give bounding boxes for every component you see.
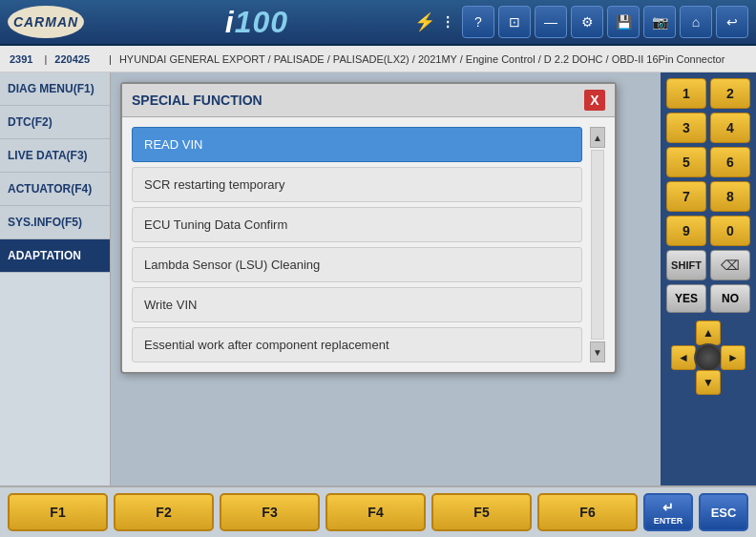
sidebar-item-diag-menu[interactable]: DIAG MENU(F1) [0, 72, 110, 106]
menu-item-scr[interactable]: SCR restarting temporary [132, 167, 582, 202]
esc-button[interactable]: ESC [699, 493, 748, 531]
main-area: DIAG MENU(F1) DTC(F2) LIVE DATA(F3) ACTU… [0, 72, 756, 485]
num-btn-2[interactable]: 2 [710, 78, 750, 109]
num-btn-3[interactable]: 3 [666, 113, 706, 143]
sidebar-item-actuator[interactable]: ACTUATOR(F4) [0, 173, 110, 206]
num-btn-5[interactable]: 5 [666, 147, 706, 177]
modal-scrollbar: ▲ ▼ [590, 127, 605, 362]
no-button[interactable]: NO [710, 284, 750, 313]
f1-button[interactable]: F1 [8, 493, 108, 531]
logo-oval: CARMAN [8, 6, 84, 38]
dpad-up-button[interactable]: ▲ [696, 320, 721, 345]
dpad-down-button[interactable]: ▼ [696, 370, 721, 395]
settings-button[interactable]: ⚙ [571, 6, 603, 38]
menu-item-essential-work[interactable]: Essential work after component replaceme… [132, 327, 582, 362]
backspace-button[interactable]: ⌫ [710, 250, 750, 280]
top-bar: CARMAN i100 ⚡ ⁝ ? ⊡ — ⚙ 💾 📷 ⌂ ↩ [0, 0, 756, 46]
camera-button[interactable]: 📷 [643, 6, 676, 38]
num-btn-1[interactable]: 1 [666, 78, 706, 109]
menu-list: READ VIN SCR restarting temporary ECU Tu… [132, 127, 582, 362]
breadcrumb-id1: 2391 [10, 53, 32, 65]
breadcrumb-sep1: | [44, 53, 47, 65]
modal-body: READ VIN SCR restarting temporary ECU Tu… [122, 117, 615, 372]
numpad-grid: 1 2 3 4 5 6 7 8 9 0 [666, 78, 750, 246]
menu-item-ecu-tuning[interactable]: ECU Tuning Data Confirm [132, 207, 582, 242]
breadcrumb-sep2: | [109, 53, 112, 65]
scroll-track [591, 150, 604, 340]
f6-button[interactable]: F6 [537, 493, 638, 531]
help-button[interactable]: ? [462, 6, 494, 38]
breadcrumb-bar: 2391 | 220425 | HYUNDAI GENERAL EXPORT /… [0, 46, 756, 72]
dpad-left-button[interactable]: ◄ [671, 345, 696, 370]
num-btn-9[interactable]: 9 [666, 216, 706, 246]
f4-button[interactable]: F4 [326, 493, 426, 531]
bottom-bar: F1 F2 F3 F4 F5 F6 ↵ ENTER ESC [0, 485, 756, 537]
back-button[interactable]: ↩ [716, 6, 748, 38]
minimize-button[interactable]: — [535, 6, 567, 38]
modal-close-button[interactable]: X [584, 90, 605, 111]
shift-button[interactable]: SHIFT [666, 250, 706, 280]
f3-button[interactable]: F3 [220, 493, 320, 531]
yes-no-row: YES NO [666, 284, 750, 313]
num-btn-4[interactable]: 4 [710, 113, 750, 143]
right-panel: 1 2 3 4 5 6 7 8 9 0 SHIFT ⌫ YES NO ▲ ◄ ►… [661, 72, 756, 485]
sidebar-item-adaptation[interactable]: ADAPTATION [0, 239, 110, 273]
dots-icon: ⁝ [445, 10, 452, 33]
modal-header: SPECIAL FUNCTION X [122, 84, 615, 117]
center-content: SPECIAL FUNCTION X READ VIN SCR restarti… [111, 72, 661, 485]
enter-arrow-icon: ↵ [662, 500, 674, 515]
model-title: i100 [99, 5, 414, 40]
action-row: SHIFT ⌫ [666, 250, 750, 280]
menu-item-lambda[interactable]: Lambda Sensor (LSU) Cleaning [132, 247, 582, 282]
f5-button[interactable]: F5 [431, 493, 532, 531]
logo: CARMAN [8, 6, 84, 38]
dpad-right-button[interactable]: ► [721, 345, 746, 370]
menu-item-write-vin[interactable]: Write VIN [132, 287, 582, 322]
dpad-center-button[interactable] [694, 343, 723, 372]
dpad: ▲ ◄ ► ▼ [671, 320, 746, 395]
num-btn-0[interactable]: 0 [710, 216, 750, 246]
modal-title: SPECIAL FUNCTION [132, 93, 262, 108]
usb-icon: ⚡ [414, 11, 435, 32]
model-100: 100 [235, 5, 288, 39]
scroll-down-button[interactable]: ▼ [590, 341, 605, 362]
sidebar-item-dtc[interactable]: DTC(F2) [0, 106, 110, 139]
sidebar-item-live-data[interactable]: LIVE DATA(F3) [0, 139, 110, 173]
num-btn-6[interactable]: 6 [710, 147, 750, 177]
num-btn-7[interactable]: 7 [666, 181, 706, 212]
enter-button[interactable]: ↵ ENTER [643, 493, 693, 531]
enter-label: ENTER [654, 516, 683, 526]
special-function-modal: SPECIAL FUNCTION X READ VIN SCR restarti… [120, 82, 617, 374]
f2-button[interactable]: F2 [114, 493, 214, 531]
num-btn-8[interactable]: 8 [710, 181, 750, 212]
breadcrumb-path: HYUNDAI GENERAL EXPORT / PALISADE / PALI… [119, 53, 724, 65]
sidebar: DIAG MENU(F1) DTC(F2) LIVE DATA(F3) ACTU… [0, 72, 111, 485]
scroll-up-button[interactable]: ▲ [590, 127, 605, 148]
save-button[interactable]: 💾 [607, 6, 640, 38]
model-i: i [225, 5, 235, 39]
display-button[interactable]: ⊡ [498, 6, 531, 38]
home-button[interactable]: ⌂ [680, 6, 712, 38]
sidebar-item-sysinfo[interactable]: SYS.INFO(F5) [0, 206, 110, 239]
logo-text: CARMAN [13, 14, 78, 30]
top-icons: ? ⊡ — ⚙ 💾 📷 ⌂ ↩ [462, 6, 748, 38]
breadcrumb-id2: 220425 [54, 53, 90, 65]
yes-button[interactable]: YES [666, 284, 706, 313]
menu-item-read-vin[interactable]: READ VIN [132, 127, 582, 162]
